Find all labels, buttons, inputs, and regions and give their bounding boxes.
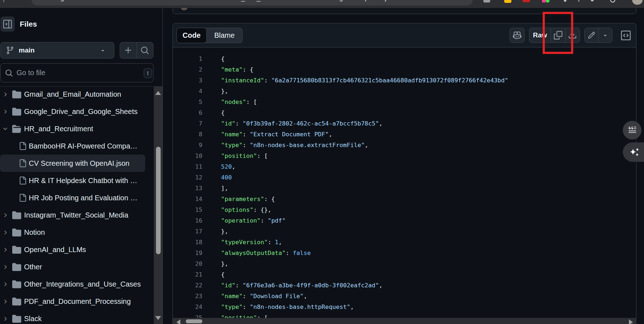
ai-assistant-extension-button[interactable] [623, 142, 644, 162]
symbols-button[interactable] [619, 29, 632, 41]
code-line-text: "meta": { [221, 64, 253, 75]
tree-item-hr-job-posting-and-evaluation[interactable]: HR Job Posting and Evaluation … [0, 189, 145, 206]
line-number[interactable]: 14 [173, 194, 202, 205]
tree-item-instagram-twitter-social-media[interactable]: Instagram_Twitter_Social_Media [0, 206, 145, 224]
code-line-text: 520, [221, 161, 235, 172]
tree-item-label: Other_Integrations_and_Use_Cases [24, 280, 141, 288]
line-number[interactable]: 10 [173, 151, 202, 161]
code-horizontal-scrollbar[interactable] [173, 318, 636, 324]
tree-item-label: HR Job Posting and Evaluation … [29, 194, 137, 202]
extension-icon[interactable] [564, 0, 566, 2]
code-horizontal-scrollbar-thumb[interactable] [186, 319, 202, 323]
line-number[interactable]: 21 [173, 269, 202, 280]
collapse-sidebar-button[interactable] [0, 17, 15, 32]
extension-icon[interactable] [578, 0, 579, 2]
extension-icon[interactable] [591, 0, 594, 1]
sidebar-collapse-icon [3, 20, 12, 28]
main-content: Code Blame Raw [163, 8, 644, 324]
code-line-text: "alwaysOutputData": false [221, 248, 311, 259]
edit-file-button[interactable] [585, 28, 598, 42]
tab-blame[interactable]: Blame [207, 28, 242, 43]
edit-dropdown-button[interactable] [598, 28, 612, 42]
extension-icon[interactable] [546, 0, 549, 3]
tree-item-gmail-and-email-automation[interactable]: Gmail_and_Email_Automation [0, 86, 145, 103]
plus-icon [124, 46, 133, 55]
extension-icon[interactable] [504, 0, 511, 3]
tree-item-hr-and-recruitment[interactable]: HR_and_Recruitment [0, 120, 145, 137]
line-number[interactable]: 5 [173, 97, 202, 108]
tree-item-hr-it-helpdesk-chatbot-with[interactable]: HR & IT Helpdesk Chatbot with … [0, 172, 145, 189]
extension-icon[interactable] [523, 0, 530, 2]
tree-item-pdf-and-document-processing[interactable]: PDF_and_Document_Processing [0, 293, 145, 310]
scroll-down-arrow[interactable] [155, 316, 161, 320]
tab-code[interactable]: Code [176, 28, 207, 43]
sidebar-scrollbar-thumb[interactable] [156, 147, 161, 254]
scroll-left-arrow[interactable] [176, 319, 180, 324]
line-number[interactable]: 24 [173, 302, 202, 312]
new-file-button[interactable] [120, 42, 137, 58]
line-number[interactable]: 8 [173, 129, 202, 140]
sparkles-icon [628, 146, 641, 159]
browser-profile-avatar[interactable] [632, 0, 643, 5]
tree-item-openai-and-llms[interactable]: OpenAI_and_LLMs [0, 241, 145, 258]
line-number[interactable]: 11 [173, 161, 202, 172]
url-bar[interactable]: github.com/Zie619/n8n-workflows/blob/mai… [32, 0, 473, 5]
line-number[interactable]: 7 [173, 118, 202, 129]
chevron-right-icon [2, 264, 8, 270]
scroll-right-arrow[interactable] [629, 319, 633, 324]
line-number[interactable]: 23 [173, 291, 202, 302]
chevron-right-icon [2, 247, 8, 253]
tree-item-label: Other [24, 263, 42, 271]
line-number[interactable]: 13 [173, 183, 202, 194]
line-number[interactable]: 17 [173, 226, 202, 237]
line-number[interactable]: 18 [173, 237, 202, 248]
code-line-text: "id": "0f3b39af-2802-462c-ac54-a7bccf5b7… [221, 118, 383, 129]
tree-item-label: Notion [24, 228, 45, 237]
tree-item-other[interactable]: Other [0, 258, 145, 275]
folder-icon [12, 90, 21, 99]
code-line-text: "instanceId": "6a2a7715680b8313f7cb46763… [221, 75, 508, 86]
code-line-text: "type": "n8n-nodes-base.httpRequest", [221, 302, 354, 312]
summarize-extension-button[interactable] [623, 121, 641, 140]
code-line-text: "nodes": [ [221, 97, 257, 108]
code-content: 1{2"meta": {3"instanceId": "6a2a7715680b… [173, 48, 636, 324]
tree-item-google-drive-and-google-sheets[interactable]: Google_Drive_and_Google_Sheets [0, 103, 145, 120]
scroll-up-arrow[interactable] [155, 91, 161, 95]
code-square-icon [621, 31, 631, 40]
branch-selector[interactable]: main [0, 42, 114, 59]
tree-item-slack[interactable]: Slack [0, 310, 145, 324]
tree-item-notion[interactable]: Notion [0, 224, 145, 241]
line-number[interactable]: 12 [173, 172, 202, 183]
line-number[interactable]: 16 [173, 215, 202, 226]
tree-item-label: HR_and_Recruitment [24, 125, 93, 133]
tree-item-other-integrations-and-use-cases[interactable]: Other_Integrations_and_Use_Cases [0, 275, 145, 293]
folder-icon [12, 280, 21, 289]
line-number[interactable]: 9 [173, 140, 202, 151]
tree-item-label: OpenAI_and_LLMs [24, 246, 86, 254]
line-number[interactable]: 1 [173, 54, 202, 64]
line-number[interactable]: 3 [173, 75, 202, 86]
tree-item-bamboohr-ai-powered-compa[interactable]: BambooHR AI-Powered Compa… [0, 137, 145, 155]
pencil-icon [588, 31, 595, 39]
code-line-text: "position": [ [221, 151, 268, 161]
sidebar-scrollbar[interactable] [154, 87, 162, 324]
line-number[interactable]: 4 [173, 86, 202, 97]
code-line-text: "name": "Download File", [221, 291, 307, 302]
line-number[interactable]: 20 [173, 259, 202, 269]
extension-icon[interactable] [610, 0, 615, 3]
chevron-down-icon [2, 126, 8, 132]
line-number[interactable]: 19 [173, 248, 202, 259]
line-number[interactable]: 6 [173, 108, 202, 118]
copilot-button[interactable] [510, 28, 525, 43]
extension-icon[interactable] [483, 0, 490, 3]
extension-icon[interactable] [542, 0, 546, 3]
go-to-file-input[interactable]: Go to file t [0, 63, 153, 82]
line-number[interactable]: 15 [173, 205, 202, 215]
back-icon[interactable] [3, 0, 4, 2]
line-number[interactable]: 22 [173, 280, 202, 291]
folder-icon [12, 297, 21, 306]
tree-item-cv-screening-with-openai-json[interactable]: CV Screening with OpenAI.json [0, 155, 145, 172]
search-tree-button[interactable] [137, 42, 153, 58]
line-number[interactable]: 2 [173, 64, 202, 75]
search-icon [141, 46, 149, 55]
